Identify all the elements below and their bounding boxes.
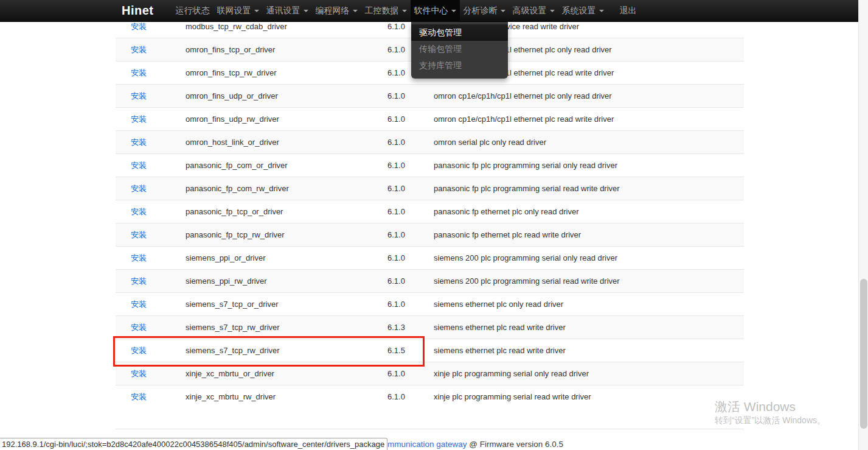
nav-item-label: 工控数据: [365, 5, 399, 16]
status-url-text: 192.168.9.1/cgi-bin/luci/;stok=b2d8c420a…: [2, 440, 384, 449]
brand-logo: Hinet: [122, 4, 154, 18]
driver-name: panasonic_fp_com_rw_driver: [186, 177, 387, 200]
driver-description: panasonic fp ethernet plc read write dri…: [434, 223, 744, 247]
table-row: 安装omron_fins_udp_or_driver6.1.0omron cp1…: [116, 85, 744, 108]
install-link[interactable]: 安装: [131, 230, 147, 239]
highlight-box: [113, 336, 425, 367]
chevron-down-icon: [353, 10, 358, 12]
nav-item-label: 联网设置: [217, 5, 251, 16]
driver-name: panasonic_fp_tcp_rw_driver: [186, 223, 387, 247]
driver-name: xinje_xc_mbrtu_rw_driver: [186, 385, 387, 409]
driver-description: panasonic fp plc programming serial only…: [434, 154, 744, 177]
install-link[interactable]: 安装: [131, 161, 147, 170]
chevron-down-icon: [402, 10, 407, 12]
dropdown-item-2[interactable]: 传输包管理: [411, 41, 508, 57]
footer-divider: [116, 429, 744, 429]
install-link[interactable]: 安装: [131, 138, 147, 147]
nav-item-7[interactable]: 分析诊断: [460, 0, 509, 22]
table-row: 安装panasonic_fp_com_or_driver6.1.0panason…: [116, 154, 744, 177]
driver-name: siemens_ppi_or_driver: [186, 247, 387, 270]
driver-description: siemens ethernet plc read write driver: [434, 339, 744, 362]
browser-status-bubble: 192.168.9.1/cgi-bin/luci/;stok=b2d8c420a…: [0, 438, 387, 450]
nav-item-label: 编程网络: [316, 5, 350, 16]
nav-item-label: 退出: [620, 5, 637, 16]
nav-item-3[interactable]: 通讯设置: [263, 0, 312, 22]
driver-name: omron_fins_udp_rw_driver: [186, 108, 387, 131]
driver-description: omron cp1e/cp1h/cp1l ethernet plc only r…: [434, 85, 744, 108]
table-row: 安装siemens_ppi_or_driver6.1.0siemens 200 …: [116, 247, 744, 270]
driver-version: 6.1.0: [387, 385, 434, 409]
nav-item-5[interactable]: 工控数据: [361, 0, 411, 22]
table-row: 安装panasonic_fp_tcp_rw_driver6.1.0panason…: [116, 223, 744, 247]
install-link[interactable]: 安装: [131, 45, 147, 54]
top-navbar: Hinet 运行状态联网设置通讯设置编程网络工控数据软件中心分析诊断高级设置系统…: [0, 0, 868, 22]
driver-version: 6.1.0: [387, 85, 434, 108]
nav-item-2[interactable]: 联网设置: [214, 0, 263, 22]
driver-description: siemens ethernet plc read write driver: [434, 316, 744, 339]
install-link[interactable]: 安装: [131, 207, 147, 216]
install-link[interactable]: 安装: [131, 68, 147, 77]
driver-name: omron_fins_tcp_rw_driver: [186, 62, 387, 85]
driver-version: 6.1.0: [387, 131, 434, 154]
install-link[interactable]: 安装: [131, 114, 147, 124]
install-link[interactable]: 安装: [131, 369, 147, 378]
scrollbar-thumb[interactable]: [860, 279, 867, 429]
driver-version: 6.1.0: [387, 154, 434, 177]
nav-item-label: 高级设置: [513, 5, 547, 16]
install-link[interactable]: 安装: [131, 323, 147, 332]
software-center-dropdown: 驱动包管理传输包管理支持库管理: [411, 22, 508, 79]
dropdown-item-3[interactable]: 支持库管理: [411, 57, 508, 74]
install-link[interactable]: 安装: [131, 253, 147, 262]
driver-name: panasonic_fp_tcp_or_driver: [186, 200, 387, 223]
nav-items: 运行状态联网设置通讯设置编程网络工控数据软件中心分析诊断高级设置系统设置退出: [172, 0, 641, 22]
driver-description: panasonic fp ethernet plc only read driv…: [434, 200, 744, 223]
driver-description: omron serial plc only read driver: [434, 131, 744, 154]
vertical-scrollbar[interactable]: [858, 0, 868, 450]
install-link[interactable]: 安装: [131, 184, 147, 193]
driver-description: siemens 200 plc programming serial read …: [434, 270, 744, 293]
nav-item-label: 通讯设置: [266, 5, 300, 16]
install-link[interactable]: 安装: [131, 392, 147, 401]
dropdown-item-1[interactable]: 驱动包管理: [411, 24, 508, 41]
nav-item-6[interactable]: 软件中心: [411, 0, 460, 22]
driver-version: 6.1.0: [387, 223, 434, 247]
driver-description: siemens ethernet plc only read driver: [434, 293, 744, 316]
nav-item-label: 软件中心: [414, 5, 448, 16]
chevron-down-icon: [550, 10, 555, 12]
chevron-down-icon: [501, 10, 505, 12]
install-link[interactable]: 安装: [131, 300, 147, 309]
driver-name: omron_fins_udp_or_driver: [186, 85, 387, 108]
driver-description: panasonic fp plc programming serial read…: [434, 177, 744, 200]
chevron-down-icon: [304, 10, 308, 12]
table-row: 安装siemens_ppi_rw_driver6.1.0siemens 200 …: [116, 270, 744, 293]
nav-item-label: 系统设置: [562, 5, 596, 16]
nav-item-4[interactable]: 编程网络: [312, 0, 361, 22]
footer-gateway-link[interactable]: mmunication gateway: [387, 440, 467, 449]
driver-name: omron_fins_tcp_or_driver: [186, 38, 387, 62]
install-link[interactable]: 安装: [131, 22, 147, 31]
footer-text: mmunication gateway @ Firmware version 6…: [387, 440, 563, 449]
nav-item-label: 分析诊断: [464, 5, 498, 16]
chevron-down-icon: [451, 10, 456, 12]
table-row: 安装xinje_xc_mbrtu_rw_driver6.1.0xinje plc…: [116, 385, 744, 409]
install-link[interactable]: 安装: [131, 91, 147, 100]
driver-description: omron cp1e/cp1h/cp1l ethernet plc read w…: [434, 108, 744, 131]
install-link[interactable]: 安装: [131, 276, 147, 286]
driver-version: 6.1.0: [387, 247, 434, 270]
driver-name: siemens_s7_tcp_or_driver: [186, 293, 387, 316]
chevron-down-icon: [599, 10, 604, 12]
table-row: 安装panasonic_fp_com_rw_driver6.1.0panason…: [116, 177, 744, 200]
driver-version: 6.1.0: [387, 177, 434, 200]
nav-item-1[interactable]: 运行状态: [172, 0, 214, 22]
table-row: 安装siemens_s7_tcp_or_driver6.1.0siemens e…: [116, 293, 744, 316]
firmware-version-text: @ Firmware version 6.0.5: [467, 440, 564, 449]
driver-description: xinje plc programming serial only read d…: [434, 362, 744, 385]
table-row: 安装panasonic_fp_tcp_or_driver6.1.0panason…: [116, 200, 744, 223]
nav-item-8[interactable]: 高级设置: [509, 0, 558, 22]
nav-item-9[interactable]: 系统设置: [558, 0, 608, 22]
table-row: 安装omron_fins_udp_rw_driver6.1.0omron cp1…: [116, 108, 744, 131]
table-row: 安装omron_host_link_or_driver6.1.0omron se…: [116, 131, 744, 154]
chevron-down-icon: [254, 10, 259, 12]
nav-item-10[interactable]: 退出: [616, 0, 641, 22]
nav-item-label: 运行状态: [176, 5, 210, 16]
